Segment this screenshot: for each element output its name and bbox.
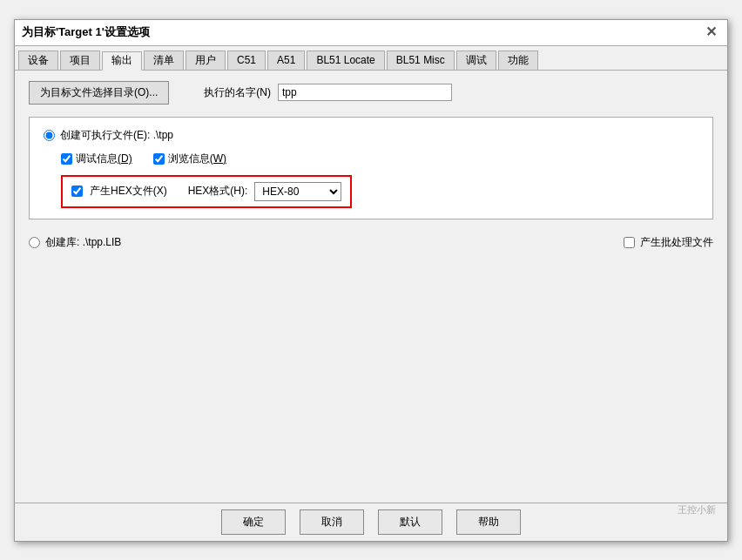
tab-utilities[interactable]: 功能 [498, 51, 538, 70]
close-button[interactable]: ✕ [702, 24, 720, 41]
batch-row: 产生批处理文件 [624, 235, 713, 250]
browse-info-label: 浏览信息(W) [168, 152, 226, 166]
hex-format-select[interactable]: HEX-80 HEX-386 [254, 182, 341, 201]
main-dialog: 为目标'Target 1'设置选项 ✕ 设备 项目 输出 清单 用户 C51 A… [14, 19, 728, 542]
default-button[interactable]: 默认 [378, 509, 442, 535]
tab-output[interactable]: 输出 [102, 51, 142, 71]
tab-bl51-misc[interactable]: BL51 Misc [387, 51, 455, 70]
hex-format-label: HEX格式(H): [188, 184, 248, 199]
tab-device[interactable]: 设备 [18, 51, 58, 70]
tab-bl51-locate[interactable]: BL51 Locate [307, 51, 384, 70]
debug-info-label: 调试信息(D) [76, 152, 132, 166]
hex-file-checkbox[interactable] [71, 186, 83, 197]
watermark: 王控小新 [678, 503, 716, 516]
batch-file-label: 产生批处理文件 [640, 235, 713, 250]
help-button[interactable]: 帮助 [456, 509, 521, 535]
info-check-row: 调试信息(D) 浏览信息(W) [44, 152, 698, 166]
tab-c51[interactable]: C51 [227, 51, 266, 70]
output-group: 创建可执行文件(E): .\tpp 调试信息(D) 浏览信息(W) [29, 117, 713, 219]
create-lib-row: 创建库: .\tpp.LIB [29, 235, 121, 250]
debug-info-check-item: 调试信息(D) [61, 152, 132, 166]
exec-name-row: 执行的名字(N) [204, 84, 452, 101]
create-exec-radio[interactable] [44, 130, 55, 141]
tab-debug[interactable]: 调试 [456, 51, 496, 70]
create-exec-label: 创建可执行文件(E): .\tpp [60, 128, 173, 143]
debug-info-checkbox[interactable] [61, 153, 72, 165]
create-exec-row: 创建可执行文件(E): .\tpp [44, 128, 698, 143]
tab-user[interactable]: 用户 [186, 51, 226, 70]
footer: 确定 取消 默认 帮助 [15, 503, 727, 541]
browse-info-check-item: 浏览信息(W) [153, 152, 226, 166]
browse-info-checkbox[interactable] [153, 153, 165, 165]
top-row: 为目标文件选择目录(O)... 执行的名字(N) [29, 81, 713, 105]
exec-name-input[interactable] [278, 84, 452, 101]
tab-a51[interactable]: A51 [267, 51, 305, 70]
lib-batch-row: 创建库: .\tpp.LIB 产生批处理文件 [29, 235, 713, 250]
hex-file-label: 产生HEX文件(X) [90, 184, 167, 199]
exec-name-label: 执行的名字(N) [204, 85, 271, 100]
tab-bar: 设备 项目 输出 清单 用户 C51 A51 BL51 Locate BL51 … [15, 46, 727, 71]
create-lib-radio[interactable] [29, 237, 40, 248]
content-area: 为目标文件选择目录(O)... 执行的名字(N) 创建可执行文件(E): .\t… [15, 71, 727, 503]
title-bar: 为目标'Target 1'设置选项 ✕ [15, 20, 727, 46]
hex-section: 产生HEX文件(X) HEX格式(H): HEX-80 HEX-386 [44, 175, 698, 208]
hex-row-highlighted: 产生HEX文件(X) HEX格式(H): HEX-80 HEX-386 [61, 175, 352, 208]
create-lib-label: 创建库: .\tpp.LIB [45, 235, 121, 250]
batch-file-checkbox[interactable] [624, 237, 635, 248]
tab-listing[interactable]: 清单 [144, 51, 184, 70]
dialog-title: 为目标'Target 1'设置选项 [22, 24, 150, 40]
select-dir-button[interactable]: 为目标文件选择目录(O)... [29, 81, 169, 105]
cancel-button[interactable]: 取消 [300, 509, 364, 535]
tab-project[interactable]: 项目 [60, 51, 100, 70]
ok-button[interactable]: 确定 [221, 509, 286, 535]
